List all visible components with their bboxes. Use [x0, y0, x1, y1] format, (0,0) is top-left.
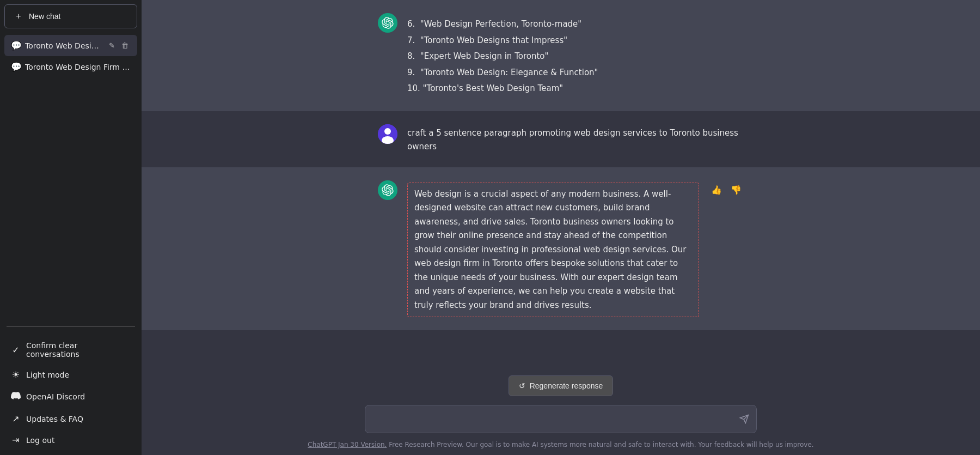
- updates-faq-label: Updates & FAQ: [26, 415, 83, 423]
- updates-faq-item[interactable]: ↗ Updates & FAQ: [4, 408, 137, 429]
- list-item-8: 8. "Expert Web Design in Toronto": [407, 50, 744, 64]
- regenerate-icon: ↺: [519, 381, 525, 390]
- user-message-text: craft a 5 sentence paragraph promoting w…: [407, 128, 738, 152]
- assistant-message-content: Web design is a crucial aspect of any mo…: [407, 180, 699, 318]
- input-area: [365, 405, 757, 436]
- sidebar-divider: [7, 326, 135, 327]
- regenerate-wrapper: ↺ Regenerate response: [155, 375, 967, 396]
- external-link-icon: ↗: [11, 414, 21, 424]
- regenerate-button[interactable]: ↺ Regenerate response: [509, 375, 614, 396]
- message-actions: 👍 👎: [709, 180, 744, 197]
- message-block-assistant: Web design is a crucial aspect of any mo…: [142, 167, 980, 331]
- chat-icon-1: 💬: [11, 40, 21, 51]
- message-inner-assistant: Web design is a crucial aspect of any mo…: [365, 180, 757, 318]
- thumbs-down-button[interactable]: 👎: [728, 183, 744, 197]
- light-mode-label: Light mode: [26, 371, 69, 379]
- user-avatar: [378, 124, 397, 144]
- bottom-area: ↺ Regenerate response ChatGPT Jan 30 Ver…: [142, 367, 980, 456]
- sun-icon: ☀: [11, 369, 21, 380]
- chat-label-2: Toronto Web Design Firm CTA: [25, 63, 131, 71]
- numbered-list: 6. "Web Design Perfection, Toronto-made"…: [407, 17, 744, 96]
- logout-icon: ⇥: [11, 435, 21, 445]
- footer-text: ChatGPT Jan 30 Version. Free Research Pr…: [155, 441, 967, 451]
- list-item-6: 6. "Web Design Perfection, Toronto-made": [407, 17, 744, 32]
- plus-icon: +: [14, 11, 23, 21]
- discord-icon: [11, 391, 21, 403]
- confirm-clear-label: Confirm clear conversations: [26, 341, 131, 359]
- user-message-content: craft a 5 sentence paragraph promoting w…: [407, 124, 744, 154]
- assistant-avatar-list: [378, 13, 397, 33]
- new-chat-label: New chat: [29, 12, 60, 21]
- message-inner-user: craft a 5 sentence paragraph promoting w…: [365, 124, 757, 154]
- sidebar: + New chat 💬 Toronto Web Design Sl ✎ 🗑 💬…: [0, 0, 142, 455]
- discord-item[interactable]: OpenAI Discord: [4, 385, 137, 408]
- user-avatar-icon: [378, 124, 397, 144]
- confirm-clear-item[interactable]: ✓ Confirm clear conversations: [4, 336, 137, 364]
- list-message-content: 6. "Web Design Perfection, Toronto-made"…: [407, 13, 744, 98]
- assistant-message-text: Web design is a crucial aspect of any mo…: [414, 189, 686, 310]
- logout-item[interactable]: ⇥ Log out: [4, 429, 137, 451]
- send-button[interactable]: [738, 413, 750, 428]
- highlighted-response-box: Web design is a crucial aspect of any mo…: [407, 183, 699, 318]
- chat-input[interactable]: [365, 405, 757, 434]
- check-icon: ✓: [11, 345, 21, 355]
- messages-area: 6. "Web Design Perfection, Toronto-made"…: [142, 0, 980, 367]
- footer-link[interactable]: ChatGPT Jan 30 Version.: [308, 441, 387, 448]
- message-block-user: craft a 5 sentence paragraph promoting w…: [142, 111, 980, 167]
- openai-icon-list: [382, 17, 394, 29]
- footer-description: Free Research Preview. Our goal is to ma…: [389, 441, 813, 448]
- svg-point-1: [384, 128, 391, 135]
- chat-icon-2: 💬: [11, 62, 21, 72]
- chat-item-1[interactable]: 💬 Toronto Web Design Sl ✎ 🗑: [4, 35, 137, 56]
- regenerate-label: Regenerate response: [530, 381, 603, 390]
- chat-actions-1: ✎ 🗑: [107, 40, 131, 51]
- assistant-avatar-2: [378, 180, 397, 200]
- list-item-10: 10. "Toronto's Best Web Design Team": [407, 82, 744, 96]
- edit-chat-button-1[interactable]: ✎: [107, 40, 117, 51]
- chat-item-2[interactable]: 💬 Toronto Web Design Firm CTA: [4, 56, 137, 77]
- main-content: 6. "Web Design Perfection, Toronto-made"…: [142, 0, 980, 455]
- light-mode-item[interactable]: ☀ Light mode: [4, 364, 137, 385]
- sidebar-footer: ✓ Confirm clear conversations ☀ Light mo…: [0, 331, 142, 455]
- send-icon: [739, 414, 749, 424]
- thumbs-up-button[interactable]: 👍: [709, 183, 724, 197]
- logout-label: Log out: [26, 436, 54, 445]
- message-block-list: 6. "Web Design Perfection, Toronto-made"…: [142, 0, 980, 111]
- openai-icon-2: [382, 184, 394, 196]
- list-item-7: 7. "Toronto Web Designs that Impress": [407, 34, 744, 48]
- chat-list: 💬 Toronto Web Design Sl ✎ 🗑 💬 Toronto We…: [0, 33, 142, 322]
- discord-label: OpenAI Discord: [26, 392, 85, 401]
- chat-label-1: Toronto Web Design Sl: [25, 41, 102, 50]
- new-chat-button[interactable]: + New chat: [4, 4, 137, 28]
- message-inner-list: 6. "Web Design Perfection, Toronto-made"…: [365, 13, 757, 98]
- delete-chat-button-1[interactable]: 🗑: [119, 40, 131, 51]
- list-item-9: 9. "Toronto Web Design: Elegance & Funct…: [407, 66, 744, 80]
